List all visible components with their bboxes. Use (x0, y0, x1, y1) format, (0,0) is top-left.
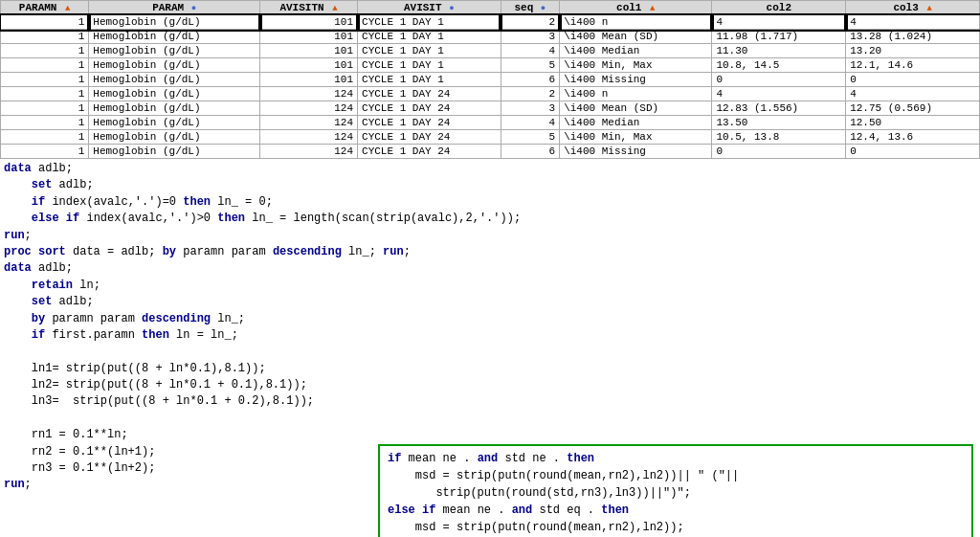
table-row[interactable]: 1Hemoglobin (g/dL)124CYCLE 1 DAY 243\i40… (1, 101, 980, 116)
table-row[interactable]: 1Hemoglobin (g/dL)101CYCLE 1 DAY 13\i400… (1, 30, 980, 44)
col-col1[interactable]: col1 ▲ (560, 1, 712, 15)
col-col3[interactable]: col3 ▲ (846, 1, 980, 15)
table-cell: 101 (260, 15, 358, 30)
col-paramn[interactable]: PARAMN ▲ (1, 1, 89, 15)
table-cell: Hemoglobin (g/dL) (89, 116, 260, 130)
table-cell: 4 (846, 15, 980, 30)
highlight-box: if mean ne . and std ne . then msd = str… (378, 444, 973, 537)
table-cell: 12.50 (846, 116, 980, 130)
table-cell: Hemoglobin (g/dL) (89, 44, 260, 58)
table-cell: 1 (1, 87, 89, 101)
table-cell: 124 (260, 130, 358, 145)
table-cell: 12.83 (1.556) (712, 101, 846, 116)
table-cell: 12.4, 13.6 (846, 130, 980, 145)
table-cell: \i400 Mean (SD) (560, 30, 712, 44)
table-cell: 10.5, 13.8 (712, 130, 846, 145)
table-cell: 11.30 (712, 44, 846, 58)
table-cell: \i400 Median (560, 116, 712, 130)
table-row[interactable]: 1Hemoglobin (g/dL)124CYCLE 1 DAY 245\i40… (1, 130, 980, 145)
table-cell: 1 (1, 145, 89, 159)
table-cell: \i400 n (560, 15, 712, 30)
code-line-15: rn1 = 0.1**ln; (4, 427, 976, 443)
sort-icon-col1: ▲ (650, 4, 655, 13)
hl-line-3: strip(putn(round(std,rn3),ln3))||")"; (388, 484, 964, 502)
code-line-14: ln3= strip(put((8 + ln*0.1 + 0.2),8.1)); (4, 393, 976, 410)
table-cell: 6 (501, 73, 560, 87)
code-line-6: proc sort data = adlb; by paramn param d… (4, 244, 976, 260)
table-cell: 4 (712, 87, 846, 101)
table-cell: 1 (1, 101, 89, 116)
table-cell: \i400 n (560, 87, 712, 101)
table-cell: 101 (260, 58, 358, 73)
code-line-9: set adlb; (4, 294, 976, 310)
table-cell: Hemoglobin (g/dL) (89, 30, 260, 44)
table-cell: 0 (712, 145, 846, 159)
table-cell: Hemoglobin (g/dL) (89, 101, 260, 116)
table-row[interactable]: 1Hemoglobin (g/dL)101CYCLE 1 DAY 16\i400… (1, 73, 980, 87)
table-cell: Hemoglobin (g/dL) (89, 15, 260, 30)
table-cell: 5 (501, 58, 560, 73)
table-row[interactable]: 1Hemoglobin (g/dL)101CYCLE 1 DAY 14\i400… (1, 44, 980, 58)
table-cell: 124 (260, 145, 358, 159)
table-row[interactable]: 1Hemoglobin (g/dL)124CYCLE 1 DAY 242\i40… (1, 87, 980, 101)
table-cell: \i400 Median (560, 44, 712, 58)
col-col2[interactable]: col2 (712, 1, 846, 15)
table-cell: CYCLE 1 DAY 1 (358, 30, 501, 44)
table-cell: CYCLE 1 DAY 1 (358, 58, 501, 73)
table-cell: 1 (1, 15, 89, 30)
table-cell: \i400 Missing (560, 145, 712, 159)
table-cell: 124 (260, 116, 358, 130)
table-cell: \i400 Mean (SD) (560, 101, 712, 116)
table-cell: Hemoglobin (g/dL) (89, 87, 260, 101)
data-table: PARAMN ▲ PARAM ● AVISITN ▲ AVISIT ● seq … (0, 0, 980, 159)
table-cell: 0 (846, 145, 980, 159)
hl-line-5: msd = strip(putn(round(mean,rn2),ln2)); (388, 519, 964, 536)
code-line-4: else if index(avalc,'.')>0 then ln_ = le… (4, 211, 976, 227)
table-cell: 4 (846, 87, 980, 101)
table-cell: 13.28 (1.024) (846, 30, 980, 44)
table-row[interactable]: 1Hemoglobin (g/dL)124CYCLE 1 DAY 244\i40… (1, 116, 980, 130)
col-param[interactable]: PARAM ● (89, 1, 260, 15)
table-cell: 1 (1, 73, 89, 87)
table-cell: 3 (501, 30, 560, 44)
table-cell: 124 (260, 101, 358, 116)
filter-icon-avisit: ● (449, 4, 454, 13)
table-cell: 101 (260, 30, 358, 44)
hl-line-1: if mean ne . and std ne . then (388, 450, 964, 467)
code-line-2: set adlb; (4, 177, 976, 193)
table-cell: 1 (1, 130, 89, 145)
table-cell: CYCLE 1 DAY 1 (358, 73, 501, 87)
table-cell: 0 (846, 73, 980, 87)
table-cell: CYCLE 1 DAY 24 (358, 145, 501, 159)
filter-icon-seq: ● (541, 4, 546, 13)
table-cell: 101 (260, 73, 358, 87)
col-avisitn[interactable]: AVISITN ▲ (260, 1, 358, 15)
table-cell: 13.20 (846, 44, 980, 58)
table-cell: 0 (712, 73, 846, 87)
col-seq[interactable]: seq ● (501, 1, 560, 15)
table-cell: 3 (501, 101, 560, 116)
table-cell: CYCLE 1 DAY 24 (358, 101, 501, 116)
table-cell: CYCLE 1 DAY 1 (358, 15, 501, 30)
code-section: data adlb; set adlb; if index(avalc,'.')… (0, 159, 980, 496)
code-line-5: run; (4, 228, 976, 244)
table-cell: 4 (501, 116, 560, 130)
table-cell: 124 (260, 87, 358, 101)
table-cell: 2 (501, 87, 560, 101)
table-cell: Hemoglobin (g/dL) (89, 58, 260, 73)
table-cell: Hemoglobin (g/dL) (89, 145, 260, 159)
hl-line-4: else if mean ne . and std eq . then (388, 502, 964, 519)
table-cell: 13.50 (712, 116, 846, 130)
hl-line-2: msd = strip(putn(round(mean,rn2),ln2))||… (388, 467, 964, 484)
table-row[interactable]: 1Hemoglobin (g/dL)124CYCLE 1 DAY 246\i40… (1, 145, 980, 159)
table-cell: 4 (712, 15, 846, 30)
code-line-3: if index(avalc,'.')=0 then ln_ = 0; (4, 194, 976, 211)
code-line-13: ln2= strip(put((8 + ln*0.1 + 0.1),8.1)); (4, 377, 976, 393)
table-cell: \i400 Missing (560, 73, 712, 87)
table-row[interactable]: 1Hemoglobin (g/dL)101CYCLE 1 DAY 12\i400… (1, 15, 980, 30)
table-cell: \i400 Min, Max (560, 130, 712, 145)
table-container: PARAMN ▲ PARAM ● AVISITN ▲ AVISIT ● seq … (0, 0, 980, 159)
col-avisit[interactable]: AVISIT ● (358, 1, 501, 15)
table-row[interactable]: 1Hemoglobin (g/dL)101CYCLE 1 DAY 15\i400… (1, 58, 980, 73)
code-line-1: data adlb; (4, 161, 976, 177)
